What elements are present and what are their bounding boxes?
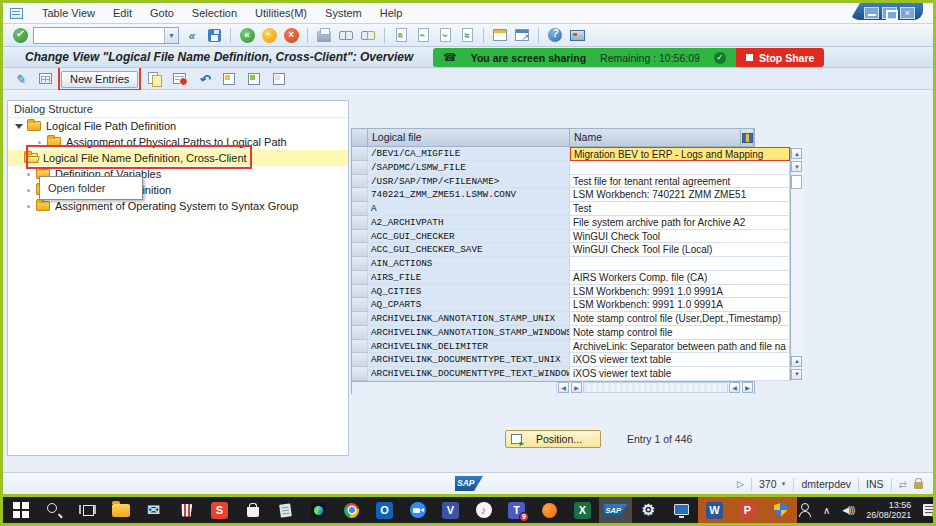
table-settings-icon[interactable]: [742, 133, 753, 143]
find-next-button[interactable]: [359, 26, 377, 44]
scroll-page-down-icon[interactable]: ▼: [791, 369, 802, 380]
name-cell[interactable]: WinGUI Check Tool: [570, 230, 790, 244]
scroll-left2-icon[interactable]: ◀: [729, 382, 740, 393]
column-header-name[interactable]: Name: [570, 129, 741, 147]
logical-file-cell[interactable]: 740221_ZMM_ZME51.LSMW.CONV: [368, 188, 570, 202]
row-selector[interactable]: [352, 367, 368, 381]
row-selector[interactable]: [352, 147, 368, 161]
taskbar-slot-zoom[interactable]: [401, 497, 434, 523]
logical-file-cell[interactable]: ACC_GUI_CHECKER_SAVE: [368, 243, 570, 257]
hscrollbar-track[interactable]: [583, 382, 728, 393]
row-selector[interactable]: [352, 326, 368, 340]
name-cell[interactable]: LSM Workbench: 9991 1.0 9991A: [570, 298, 790, 312]
people-icon[interactable]: [797, 503, 811, 517]
row-selector[interactable]: [352, 298, 368, 312]
name-cell[interactable]: iXOS viewer text table: [570, 367, 790, 381]
taskbar-clock[interactable]: 13:56 26/08/2021: [866, 500, 911, 520]
horizontal-scrollbar[interactable]: ◀ ▶ ◀ ▶: [557, 382, 754, 394]
find-button[interactable]: [337, 26, 355, 44]
logical-file-cell[interactable]: A2_ARCHIVPATH: [368, 216, 570, 230]
menu-goto[interactable]: Goto: [141, 5, 183, 21]
logical-file-cell[interactable]: ARCHIVELINK_ANNOTATION_STAMP_UNIX: [368, 312, 570, 326]
logical-file-cell[interactable]: ARCHIVELINK_ANNOTATION_STAMP_WINDOWS: [368, 326, 570, 340]
menu-help[interactable]: Help: [371, 5, 412, 21]
taskbar-slot-sap[interactable]: [599, 497, 632, 523]
position-button[interactable]: Position...: [505, 430, 601, 448]
taskbar-slot-outlook[interactable]: [368, 497, 401, 523]
row-selector[interactable]: [352, 271, 368, 285]
tree-item-logical-file-name-definition-cross-client[interactable]: Logical File Name Definition, Cross-Clie…: [8, 150, 348, 166]
command-dropdown-icon[interactable]: ▼: [164, 28, 178, 43]
logical-file-cell[interactable]: /USR/SAP/TMP/<FILENAME>: [368, 175, 570, 189]
name-cell[interactable]: Note stamp control file: [570, 326, 790, 340]
expander-icon[interactable]: [15, 124, 23, 129]
taskbar-slot-explorer[interactable]: [104, 497, 137, 523]
tree-item-assignment-of-physical-paths-to-logical-path[interactable]: Assignment of Physical Paths to Logical …: [8, 134, 348, 150]
delete-line-button[interactable]: [170, 70, 188, 88]
toggle-display-change-button[interactable]: [11, 70, 29, 88]
undo-button[interactable]: [195, 70, 213, 88]
name-cell[interactable]: Migration BEV to ERP - Logs and Mapping: [570, 147, 790, 161]
command-input[interactable]: [34, 28, 164, 43]
taskbar-slot-teams[interactable]: 9: [500, 497, 533, 523]
save-button[interactable]: [205, 26, 223, 44]
menu-utilities-m[interactable]: Utilities(M): [246, 5, 316, 21]
page-down-button[interactable]: [436, 26, 454, 44]
row-selector[interactable]: [352, 188, 368, 202]
logical-file-cell[interactable]: AIRS_FILE: [368, 271, 570, 285]
volume-icon[interactable]: ◀))): [842, 505, 854, 515]
taskbar-slot-taskview[interactable]: [71, 497, 104, 523]
taskbar-slot-music[interactable]: [467, 497, 500, 523]
first-page-button[interactable]: [392, 26, 410, 44]
taskbar-slot-snagit[interactable]: [203, 497, 236, 523]
taskbar-slot-popcorn[interactable]: [170, 497, 203, 523]
taskbar-slot-visio[interactable]: [434, 497, 467, 523]
taskbar-slot-chrome[interactable]: [335, 497, 368, 523]
logical-file-cell[interactable]: /SAPDMC/LSMW_FILE: [368, 161, 570, 175]
row-selector[interactable]: [352, 230, 368, 244]
enter-check-button[interactable]: [11, 26, 29, 44]
exit-button[interactable]: [282, 26, 300, 44]
taskbar-slot-avast[interactable]: [533, 497, 566, 523]
logical-file-cell[interactable]: AIN_ACTIONS: [368, 257, 570, 271]
name-cell[interactable]: Test file for tenant rental agreement: [570, 175, 790, 189]
back-button[interactable]: [238, 26, 256, 44]
row-selector[interactable]: [352, 285, 368, 299]
scroll-down-icon[interactable]: ▼: [791, 161, 802, 172]
print-button[interactable]: [315, 26, 333, 44]
maximize-button[interactable]: [882, 7, 897, 19]
system-menu-icon[interactable]: [10, 8, 23, 19]
tree-item-assignment-of-operating-system-to-syntax-group[interactable]: Assignment of Operating System to Syntax…: [8, 198, 348, 214]
deselect-all-button[interactable]: [270, 70, 288, 88]
logical-file-cell[interactable]: ARCHIVELINK_DOCUMENTTYPE_TEXT_WINDOWS: [368, 367, 570, 381]
row-selector[interactable]: [352, 340, 368, 354]
scrollbar-thumb[interactable]: [791, 175, 802, 189]
name-cell[interactable]: File system archive path for Archive A2: [570, 216, 790, 230]
row-selector[interactable]: [352, 175, 368, 189]
new-session-button[interactable]: [491, 26, 509, 44]
taskbar-slot-display[interactable]: [665, 497, 698, 523]
taskbar-slot-start[interactable]: [5, 497, 38, 523]
taskbar-slot-powerpoint[interactable]: [731, 497, 764, 523]
name-cell[interactable]: Test: [570, 202, 790, 216]
taskbar-slot-search[interactable]: [38, 497, 71, 523]
logical-file-cell[interactable]: ARCHIVELINK_DELIMITER: [368, 340, 570, 354]
close-button[interactable]: ×: [900, 7, 915, 19]
name-cell[interactable]: LSM Workbench: 740221 ZMM ZME51: [570, 188, 790, 202]
select-all-header-cell[interactable]: [352, 129, 368, 147]
tree-item-logical-file-path-definition[interactable]: Logical File Path Definition: [8, 118, 348, 134]
hidden-icons-caret[interactable]: ∧: [823, 505, 830, 516]
row-selector[interactable]: [352, 243, 368, 257]
new-entries-button[interactable]: New Entries: [61, 71, 138, 88]
row-selector[interactable]: [352, 202, 368, 216]
name-cell[interactable]: ArchiveLink: Separator between path and …: [570, 340, 790, 354]
row-selector[interactable]: [352, 312, 368, 326]
menu-table-view[interactable]: Table View: [33, 5, 104, 21]
choose-view-button[interactable]: [36, 70, 54, 88]
help-button[interactable]: [546, 26, 564, 44]
logical-file-cell[interactable]: A: [368, 202, 570, 216]
row-selector[interactable]: [352, 216, 368, 230]
row-selector[interactable]: [352, 257, 368, 271]
row-selector[interactable]: [352, 161, 368, 175]
scroll-right-icon[interactable]: ▶: [571, 382, 582, 393]
